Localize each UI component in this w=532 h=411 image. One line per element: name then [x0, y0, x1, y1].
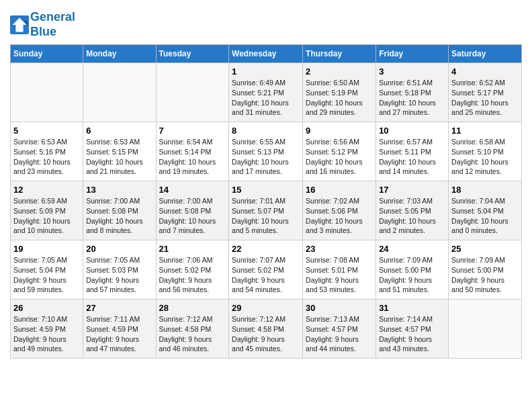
day-number: 24 — [379, 244, 445, 254]
day-number: 21 — [159, 244, 226, 254]
calendar-cell — [11, 63, 83, 122]
day-number: 12 — [13, 185, 80, 195]
day-info: Sunrise: 7:08 AM Sunset: 5:01 PM Dayligh… — [306, 255, 373, 295]
calendar-cell: 16Sunrise: 7:02 AM Sunset: 5:06 PM Dayli… — [303, 181, 376, 240]
calendar-cell: 7Sunrise: 6:54 AM Sunset: 5:14 PM Daylig… — [156, 122, 229, 181]
day-info: Sunrise: 6:51 AM Sunset: 5:18 PM Dayligh… — [379, 78, 445, 118]
calendar-cell: 5Sunrise: 6:53 AM Sunset: 5:16 PM Daylig… — [11, 122, 83, 181]
day-number: 6 — [86, 126, 152, 136]
day-number: 4 — [451, 66, 519, 77]
day-info: Sunrise: 7:14 AM Sunset: 4:57 PM Dayligh… — [379, 314, 445, 354]
day-info: Sunrise: 7:00 AM Sunset: 5:08 PM Dayligh… — [159, 196, 226, 236]
column-header-sunday: Sunday — [11, 45, 83, 63]
column-header-saturday: Saturday — [449, 45, 522, 63]
day-number: 29 — [232, 303, 300, 313]
calendar-cell — [83, 63, 156, 122]
day-number: 10 — [379, 126, 445, 136]
day-number: 31 — [379, 303, 445, 313]
day-number: 2 — [306, 66, 373, 77]
calendar-cell: 2Sunrise: 6:50 AM Sunset: 5:19 PM Daylig… — [303, 63, 376, 122]
day-info: Sunrise: 6:59 AM Sunset: 5:09 PM Dayligh… — [13, 196, 80, 236]
calendar-week-row: 26Sunrise: 7:10 AM Sunset: 4:59 PM Dayli… — [11, 300, 522, 359]
day-info: Sunrise: 6:58 AM Sunset: 5:10 PM Dayligh… — [451, 137, 519, 177]
calendar-cell: 31Sunrise: 7:14 AM Sunset: 4:57 PM Dayli… — [376, 300, 449, 359]
day-number: 25 — [451, 244, 519, 254]
day-info: Sunrise: 7:09 AM Sunset: 5:00 PM Dayligh… — [451, 255, 519, 295]
day-number: 26 — [13, 303, 80, 313]
day-info: Sunrise: 7:09 AM Sunset: 5:00 PM Dayligh… — [379, 255, 445, 295]
calendar-cell: 19Sunrise: 7:05 AM Sunset: 5:04 PM Dayli… — [11, 240, 83, 300]
calendar-cell: 21Sunrise: 7:06 AM Sunset: 5:02 PM Dayli… — [156, 240, 229, 300]
day-number: 8 — [232, 126, 300, 136]
day-number: 22 — [232, 244, 300, 254]
day-info: Sunrise: 7:06 AM Sunset: 5:02 PM Dayligh… — [159, 255, 226, 295]
day-number: 5 — [13, 126, 80, 136]
calendar-cell: 1Sunrise: 6:49 AM Sunset: 5:21 PM Daylig… — [229, 63, 303, 122]
day-number: 27 — [86, 303, 152, 313]
day-number: 11 — [451, 126, 519, 136]
day-info: Sunrise: 6:53 AM Sunset: 5:16 PM Dayligh… — [13, 137, 80, 177]
calendar-week-row: 5Sunrise: 6:53 AM Sunset: 5:16 PM Daylig… — [11, 122, 522, 181]
column-header-wednesday: Wednesday — [229, 45, 303, 63]
day-number: 1 — [232, 66, 300, 77]
calendar-cell: 24Sunrise: 7:09 AM Sunset: 5:00 PM Dayli… — [376, 240, 449, 300]
day-number: 9 — [306, 126, 373, 136]
calendar-cell — [449, 300, 522, 359]
day-info: Sunrise: 7:04 AM Sunset: 5:04 PM Dayligh… — [451, 196, 519, 236]
day-number: 14 — [159, 185, 226, 195]
day-number: 30 — [306, 303, 373, 313]
calendar-cell: 25Sunrise: 7:09 AM Sunset: 5:00 PM Dayli… — [449, 240, 522, 300]
calendar-cell: 6Sunrise: 6:53 AM Sunset: 5:15 PM Daylig… — [83, 122, 156, 181]
logo-icon — [10, 15, 29, 34]
calendar-cell: 10Sunrise: 6:57 AM Sunset: 5:11 PM Dayli… — [376, 122, 449, 181]
day-number: 7 — [159, 126, 226, 136]
day-number: 3 — [379, 66, 445, 77]
day-number: 19 — [13, 244, 80, 254]
header: General Blue — [10, 7, 522, 39]
day-info: Sunrise: 7:12 AM Sunset: 4:58 PM Dayligh… — [232, 314, 300, 354]
calendar-cell: 22Sunrise: 7:07 AM Sunset: 5:02 PM Dayli… — [229, 240, 303, 300]
day-info: Sunrise: 6:52 AM Sunset: 5:17 PM Dayligh… — [451, 78, 519, 118]
calendar-cell: 28Sunrise: 7:12 AM Sunset: 4:58 PM Dayli… — [156, 300, 229, 359]
calendar-cell: 18Sunrise: 7:04 AM Sunset: 5:04 PM Dayli… — [449, 181, 522, 240]
day-info: Sunrise: 7:02 AM Sunset: 5:06 PM Dayligh… — [306, 196, 373, 236]
day-info: Sunrise: 7:13 AM Sunset: 4:57 PM Dayligh… — [306, 314, 373, 354]
day-info: Sunrise: 6:55 AM Sunset: 5:13 PM Dayligh… — [232, 137, 300, 177]
calendar-cell: 14Sunrise: 7:00 AM Sunset: 5:08 PM Dayli… — [156, 181, 229, 240]
calendar-cell — [156, 63, 229, 122]
calendar-cell: 15Sunrise: 7:01 AM Sunset: 5:07 PM Dayli… — [229, 181, 303, 240]
calendar-cell: 23Sunrise: 7:08 AM Sunset: 5:01 PM Dayli… — [303, 240, 376, 300]
day-info: Sunrise: 7:11 AM Sunset: 4:59 PM Dayligh… — [86, 314, 152, 354]
calendar-cell: 17Sunrise: 7:03 AM Sunset: 5:05 PM Dayli… — [376, 181, 449, 240]
day-number: 20 — [86, 244, 152, 254]
day-number: 23 — [306, 244, 373, 254]
day-info: Sunrise: 7:12 AM Sunset: 4:58 PM Dayligh… — [159, 314, 226, 354]
day-info: Sunrise: 6:57 AM Sunset: 5:11 PM Dayligh… — [379, 137, 445, 177]
day-info: Sunrise: 6:54 AM Sunset: 5:14 PM Dayligh… — [159, 137, 226, 177]
calendar-cell: 12Sunrise: 6:59 AM Sunset: 5:09 PM Dayli… — [11, 181, 83, 240]
calendar-cell: 11Sunrise: 6:58 AM Sunset: 5:10 PM Dayli… — [449, 122, 522, 181]
day-info: Sunrise: 7:00 AM Sunset: 5:08 PM Dayligh… — [86, 196, 152, 236]
calendar-cell: 20Sunrise: 7:05 AM Sunset: 5:03 PM Dayli… — [83, 240, 156, 300]
calendar-cell: 27Sunrise: 7:11 AM Sunset: 4:59 PM Dayli… — [83, 300, 156, 359]
day-number: 16 — [306, 185, 373, 195]
calendar-cell: 13Sunrise: 7:00 AM Sunset: 5:08 PM Dayli… — [83, 181, 156, 240]
column-header-tuesday: Tuesday — [156, 45, 229, 63]
calendar-week-row: 1Sunrise: 6:49 AM Sunset: 5:21 PM Daylig… — [11, 63, 522, 122]
day-info: Sunrise: 7:03 AM Sunset: 5:05 PM Dayligh… — [379, 196, 445, 236]
logo-text: General Blue — [30, 10, 75, 39]
day-info: Sunrise: 6:56 AM Sunset: 5:12 PM Dayligh… — [306, 137, 373, 177]
calendar-cell: 9Sunrise: 6:56 AM Sunset: 5:12 PM Daylig… — [303, 122, 376, 181]
day-number: 15 — [232, 185, 300, 195]
calendar-cell: 26Sunrise: 7:10 AM Sunset: 4:59 PM Dayli… — [11, 300, 83, 359]
calendar-cell: 8Sunrise: 6:55 AM Sunset: 5:13 PM Daylig… — [229, 122, 303, 181]
column-header-thursday: Thursday — [303, 45, 376, 63]
day-info: Sunrise: 7:01 AM Sunset: 5:07 PM Dayligh… — [232, 196, 300, 236]
day-number: 17 — [379, 185, 445, 195]
day-number: 13 — [86, 185, 152, 195]
column-header-monday: Monday — [83, 45, 156, 63]
day-info: Sunrise: 6:49 AM Sunset: 5:21 PM Dayligh… — [232, 78, 300, 118]
calendar-week-row: 19Sunrise: 7:05 AM Sunset: 5:04 PM Dayli… — [11, 240, 522, 300]
calendar-cell: 29Sunrise: 7:12 AM Sunset: 4:58 PM Dayli… — [229, 300, 303, 359]
day-info: Sunrise: 7:07 AM Sunset: 5:02 PM Dayligh… — [232, 255, 300, 295]
